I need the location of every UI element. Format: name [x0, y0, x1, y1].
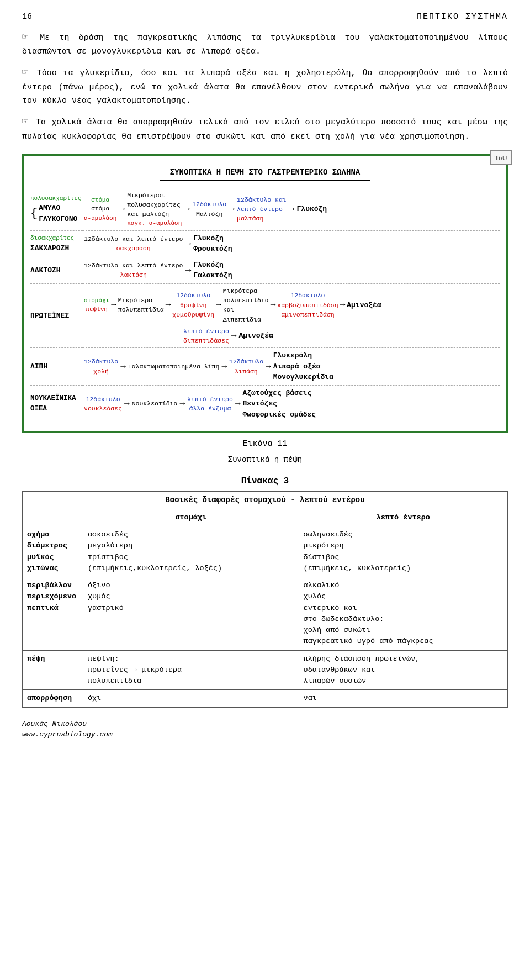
pentozes-label: Πεντόζες	[243, 398, 316, 409]
diagram-title: ΣΥΝΟΠΤΙΚΑ Η ΠΕΨΗ ΣΤΟ ΓΑΣΤΡΕΝΤΕΡΙΚΟ ΣΩΛΗΝ…	[160, 165, 370, 181]
paragraph-3: ☞ Τα χολικά άλατα θα απορροφηθούν τελικά…	[22, 114, 508, 144]
arrow-1: →	[119, 202, 125, 217]
brace-icon: {	[30, 208, 38, 220]
mikroterous-block: Μικρότεροι πολυσακχαρίτες και μαλτόζη πα…	[127, 191, 182, 228]
12dak-lip-block: 12δάκτυλο χολή	[84, 357, 118, 376]
row1-header: περιβάλλον περιεχόμενο πεπτικά	[23, 577, 83, 651]
glykozy2-label: Γλυκόζη	[193, 233, 232, 244]
12dak-label: 12δάκτυλο	[192, 199, 226, 209]
12dak-block: 12δάκτυλο Μαλτόζη	[192, 199, 226, 219]
row2-col2: πλήρης διάσπαση πρωτεϊνών, υδατανθράκων …	[299, 650, 507, 690]
frouktozy-label: Φρουκτόζη	[193, 244, 232, 255]
poly-label: πολυσακχαρίτες	[30, 194, 82, 203]
row1-col2: αλκαλικό χυλός εντερικό και στο δωδεκαδά…	[299, 577, 507, 651]
table-col-header-row: στομάχι λεπτό έντερο	[23, 509, 508, 526]
aminoxea-label: Αμινοξέα	[347, 300, 381, 311]
arrow-sak: →	[185, 236, 191, 251]
amino-label: αμινοπεπτιδάση	[281, 310, 335, 319]
arrow-lak: →	[185, 263, 191, 278]
liph-label: ΛΙΠΗ	[30, 361, 82, 372]
diag-row-sak: δισακχαρίτες ΣΑΚΧΑΡΟΖΗ 12δάκτυλο και λεπ…	[30, 230, 500, 257]
mikrotera-block: Μικρότερα πολυπεπτίδια	[118, 296, 164, 315]
arrow-noukl2: →	[179, 397, 185, 410]
12dak-lip2-block: 12δάκτυλο λιπάση	[229, 357, 263, 376]
lepto-entero-prot-label: λεπτό έντερο	[183, 326, 229, 336]
polypept-label: πολυπεπτίδια	[118, 305, 164, 314]
table-row-3: απορρόφηση όχι ναι	[23, 690, 508, 707]
table-main-header: Βασικές διαφορές στομαχιού - λεπτού εντέ…	[23, 491, 508, 509]
12dak-lepto-lak-label: 12δάκτυλο και λεπτό έντερο	[84, 261, 183, 270]
lepto-prot-block: λεπτό έντερο διπεπτιδάσες	[183, 326, 229, 346]
arrow-prot2: →	[166, 298, 171, 312]
row1-col1: όξινο χυμός γαστρικό	[83, 577, 299, 651]
proteines-label: ΠΡΩΤΕΪΝΕΣ	[30, 310, 82, 322]
page-number: 16	[22, 11, 32, 24]
12dak-sak-block: 12δάκτυλο και λεπτό έντερο σακχαράση	[84, 234, 183, 254]
polysak-label: πολυσακχαρίτες	[127, 200, 182, 209]
diag-row-proteins: ΠΡΩΤΕΪΝΕΣ στομάχι πεψίνη → Μικρότερα πολ…	[30, 283, 500, 347]
arrow-lip3: →	[266, 360, 271, 373]
row3-col2: ναι	[299, 690, 507, 707]
dipept-label: Διπεπτίδια	[223, 315, 269, 324]
diagram-table: πολυσακχαρίτες { ΑΜΥΛΟ ΓΛΥΚΟΓΟΝΟ στόμα σ…	[30, 188, 500, 423]
table-col2-header: λεπτό έντερο	[299, 509, 507, 526]
table-row-0: σχήμα διάμετρος μυϊκός χιτώνας ασκοειδές…	[23, 526, 508, 577]
table-row-1: περιβάλλον περιεχόμενο πεπτικά όξινο χυμ…	[23, 577, 508, 651]
arrow-lip1: →	[120, 360, 126, 373]
arrow-2: →	[184, 202, 190, 217]
lepto-entero-label: λεπτό έντερο	[237, 204, 283, 214]
lipara-oxea-label: Λιπαρά οξέα	[273, 361, 333, 372]
blue-lepto-block: 12δάκτυλο και λεπτό έντερο μαλτάση	[237, 195, 287, 224]
table-row-2: πέψη πεψίνη: πρωτεΐνες → μικρότερα πολυπ…	[23, 650, 508, 690]
xymotr-label: χυμοθρυψίνη	[172, 310, 214, 319]
comparison-table: Βασικές διαφορές στομαχιού - λεπτού εντέ…	[22, 491, 508, 708]
azotoukes-label: Αζωτούχες βάσεις	[243, 388, 316, 399]
table-col1-header: στομάχι	[83, 509, 299, 526]
amylo-label: ΑΜΥΛΟ	[39, 203, 77, 214]
sakxarash-label: σακχαράση	[116, 244, 151, 253]
finger-icon-2: ☞	[22, 67, 28, 78]
aminoxea2-label: Αμινοξέα	[239, 330, 273, 341]
arrow-4: →	[289, 202, 295, 217]
row2-col1: πεψίνη: πρωτεΐνες → μικρότερα πολυπεπτίδ…	[83, 650, 299, 690]
arrow-prot6: →	[231, 329, 237, 343]
row3-col1: όχι	[83, 690, 299, 707]
lepto-ent-noukl-label: λεπτό έντερο	[187, 394, 233, 404]
website-url: www.cyprusbiology.com	[22, 729, 508, 740]
diag-row-liph: ΛΙΠΗ 12δάκτυλο χολή → Γαλακτωματοποιημέν…	[30, 348, 500, 385]
stoma-main-label: στόμα	[91, 204, 109, 214]
maltash-label: μαλτάση	[237, 214, 263, 223]
page-footer: Λουκάς Νικολάου www.cyprusbiology.com	[22, 719, 508, 740]
fosfor-label: Φωσφορικές ομάδες	[243, 409, 316, 420]
arrow-prot1: →	[111, 298, 116, 312]
polypept2-label: πολυπεπτίδια	[223, 296, 269, 305]
arrow-noukl3: →	[235, 397, 241, 410]
galaktom-label: Γαλακτωματοποιημένα λίπη	[128, 362, 220, 371]
arrow-prot4: →	[271, 298, 276, 312]
12dak-noukl-label: 12δάκτυλο	[86, 394, 120, 404]
laktozh-label: ΛΑΚΤΟΖΗ	[30, 265, 82, 276]
laktash-label: λακτάση	[120, 270, 147, 280]
12dak-prot-block: 12δάκτυλο θρυψίνη χυμοθρυψίνη	[172, 291, 214, 319]
finger-icon-3: ☞	[22, 116, 28, 127]
lipash-label: λιπάση	[235, 367, 257, 376]
table-header-row: Βασικές διαφορές στομαχιού - λεπτού εντέ…	[23, 491, 508, 509]
noukl-products: Αζωτούχες βάσεις Πεντόζες Φωσφορικές ομά…	[243, 388, 316, 420]
12dak-lip-label: 12δάκτυλο	[84, 357, 118, 366]
diag-row-noukl: ΝΟΥΚΛΕΪΝΙΚΑ ΟΞΕΑ 12δάκτυλο νουκλεάσες → …	[30, 385, 500, 422]
sak-products: Γλυκόζη Φρουκτόζη	[193, 233, 232, 255]
maltozh-label: Μαλτόζη	[196, 209, 222, 219]
lepto-noukl-block: λεπτό έντερο άλλα ένζυμα	[187, 394, 233, 414]
lip-products: Γλυκερόλη Λιπαρά οξέα Μονογλυκερίδια	[273, 350, 333, 383]
12dak-noukl-block: 12δάκτυλο νουκλεάσες	[84, 394, 122, 414]
row3-header: απορρόφηση	[23, 690, 83, 707]
stoma-block: στόμα στόμα α-αμυλάση	[84, 196, 116, 223]
glykozy3-label: Γλυκόζη	[193, 260, 232, 271]
karbox-label: καρβοξυπεπτιδάση	[277, 301, 338, 310]
glykerolh-label: Γλυκερόλη	[273, 350, 333, 361]
table-col-empty	[23, 509, 83, 526]
monoglyker-label: Μονογλυκερίδια	[273, 372, 333, 383]
alla-enzyma-label: άλλα ένζυμα	[189, 404, 231, 413]
mikrotera2-block: Μικρότερα πολυπεπτίδια και Διπεπτίδια	[223, 286, 269, 324]
galaktozy-label: Γαλακτόζη	[193, 270, 232, 281]
